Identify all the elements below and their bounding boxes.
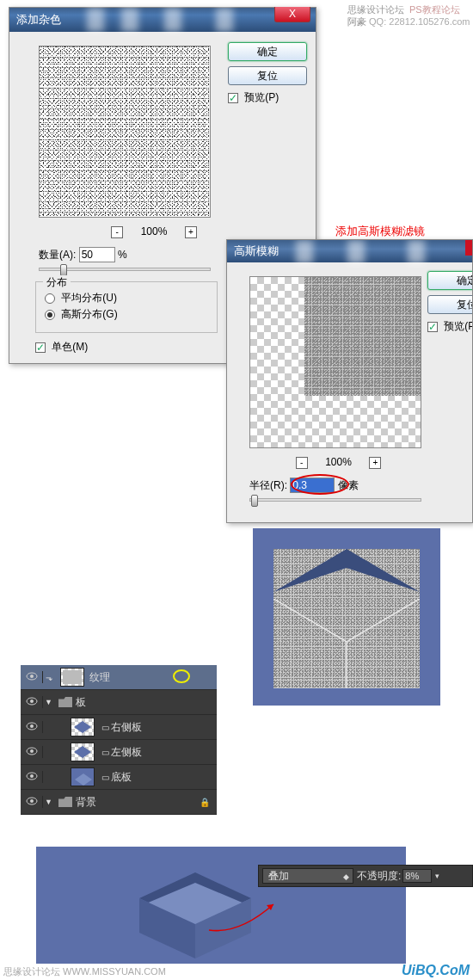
svg-point-4 — [30, 700, 34, 703]
radio-uniform[interactable] — [45, 293, 55, 304]
radio-gaussian-row[interactable]: 高斯分布(G) — [45, 307, 208, 322]
zoom2-out-button[interactable]: - — [296, 457, 308, 469]
slider-thumb[interactable] — [60, 264, 67, 276]
zoom-value: 100% — [141, 225, 168, 237]
amount-unit: % — [118, 249, 127, 261]
dialog-buttons: 确定 复位 预览(P) — [228, 42, 307, 105]
eye-icon — [26, 722, 38, 730]
eye-icon — [26, 747, 38, 755]
watermark-2: 阿豪 QQ: 22812.105276.com — [347, 15, 470, 28]
radius-slider[interactable] — [249, 498, 421, 502]
preview-checkbox[interactable] — [228, 93, 238, 103]
svg-marker-0 — [273, 549, 420, 592]
reset2-button[interactable]: 复位 — [427, 295, 473, 314]
svg-point-8 — [30, 749, 34, 753]
noise-preview[interactable] — [39, 46, 211, 218]
layer-thumb[interactable] — [60, 668, 84, 687]
annotation-circle — [173, 669, 190, 683]
preview2-label: 预览(P — [444, 320, 473, 332]
layer-name: 背景 — [76, 795, 96, 810]
noise-texture — [40, 46, 210, 217]
layer-name: 板 — [76, 695, 86, 710]
layer-row-bottom[interactable]: ▭ 底板 — [21, 765, 217, 790]
reset-button[interactable]: 复位 — [228, 66, 307, 85]
expand-icon[interactable]: ▼ — [45, 698, 53, 706]
layer-row-texture[interactable]: ⬎ 纹理 — [21, 665, 217, 690]
eye-icon — [26, 797, 38, 805]
layer-name: 纹理 — [89, 670, 110, 685]
footer-watermark-left: 思缘设计论坛 WWW.MISSYUAN.COM — [3, 965, 166, 978]
visibility-toggle[interactable] — [21, 796, 43, 808]
watermark-2c: QQ: 22812.105276.com — [369, 16, 470, 27]
radius-label: 半径(R): — [249, 479, 287, 491]
expand-icon[interactable]: ▼ — [45, 798, 53, 806]
visibility-toggle[interactable] — [21, 696, 43, 708]
distribution-group: 分布 平均分布(U) 高斯分布(G) — [35, 281, 218, 333]
vector-mask-icon: ▭ — [101, 723, 109, 732]
preview-row[interactable]: 预览(P) — [228, 90, 307, 105]
radio-uniform-row[interactable]: 平均分布(U) — [45, 291, 208, 305]
result-edge-lines — [273, 599, 420, 688]
layer-thumb[interactable] — [71, 743, 95, 761]
vector-mask-icon: ▭ — [101, 748, 109, 757]
layer-name: 底板 — [111, 770, 132, 785]
opacity-dropdown-icon[interactable]: ▾ — [435, 872, 439, 880]
layer-thumb[interactable] — [71, 718, 95, 737]
zoom-in-button[interactable]: + — [185, 226, 197, 238]
amount-label: 数量(A): — [39, 249, 76, 261]
radio-gaussian[interactable] — [45, 310, 55, 320]
zoom-controls: - 100% + — [1, 223, 307, 238]
close-button[interactable]: X — [274, 7, 310, 22]
radius-slider-thumb[interactable] — [251, 495, 258, 507]
visibility-toggle[interactable] — [21, 771, 43, 783]
dialog2-body: - 100% + 半径(R): 像素 确定 复位 预览(P — [227, 262, 472, 507]
footer-watermark-right: UiBQ.CoM — [402, 963, 470, 978]
radius-input[interactable] — [290, 478, 335, 493]
dialog2-titlebar[interactable]: 高斯模糊 — [227, 240, 472, 262]
close2-button[interactable] — [465, 240, 472, 256]
eye-icon — [26, 772, 38, 780]
preview-label: 预览(P) — [244, 91, 279, 103]
amount-input[interactable] — [79, 247, 115, 262]
layer-name: 右侧板 — [111, 720, 142, 735]
monochrome-checkbox[interactable] — [35, 342, 46, 353]
folder-icon — [58, 797, 72, 807]
ok2-button[interactable]: 确定 — [427, 271, 473, 290]
preview2-row[interactable]: 预览(P — [427, 319, 473, 334]
layer-row-group-bg[interactable]: ▼ 背景 🔒 — [21, 790, 217, 815]
layer-row-left[interactable]: ▭ 左侧板 — [21, 740, 217, 765]
zoom2-in-button[interactable]: + — [369, 457, 381, 469]
blur-preview[interactable] — [249, 276, 421, 448]
options-bar: 叠加 不透明度: 8% ▾ — [258, 865, 473, 887]
zoom2-controls: - 100% + — [226, 453, 467, 469]
preview2-checkbox[interactable] — [427, 322, 438, 332]
svg-point-10 — [30, 774, 34, 778]
visibility-toggle[interactable] — [21, 746, 43, 758]
eye-icon — [26, 672, 38, 681]
clip-icon: ⬎ — [46, 673, 52, 682]
zoom-out-button[interactable]: - — [111, 226, 123, 238]
svg-point-12 — [30, 799, 34, 803]
result-roof-shape — [273, 549, 420, 601]
opacity-input[interactable]: 8% — [402, 869, 432, 883]
dialog2-title: 高斯模糊 — [234, 244, 279, 257]
radio-gaussian-label: 高斯分布(G) — [61, 308, 117, 320]
radius-unit: 像素 — [338, 479, 359, 491]
watermark-2a: 阿豪 — [347, 16, 366, 27]
annotation-text: 添加高斯模糊滤镜 — [335, 224, 425, 239]
blend-mode-select[interactable]: 叠加 — [262, 868, 353, 884]
layer-thumb[interactable] — [71, 767, 95, 786]
layer-name: 左侧板 — [111, 745, 142, 760]
visibility-toggle[interactable] — [21, 671, 43, 683]
ok-button[interactable]: 确定 — [228, 42, 307, 61]
monochrome-label: 单色(M) — [52, 341, 88, 353]
layer-row-right[interactable]: ▭ 右侧板 — [21, 715, 217, 740]
vector-mask-icon: ▭ — [101, 773, 109, 782]
dialog-titlebar[interactable]: 添加杂色 X — [9, 8, 316, 32]
amount-slider[interactable] — [39, 268, 211, 271]
layer-row-group-plate[interactable]: ▼ 板 — [21, 690, 217, 715]
zoom2-value: 100% — [325, 456, 352, 468]
opacity-label: 不透明度: — [357, 869, 401, 884]
eye-icon — [26, 697, 38, 706]
visibility-toggle[interactable] — [21, 721, 43, 733]
